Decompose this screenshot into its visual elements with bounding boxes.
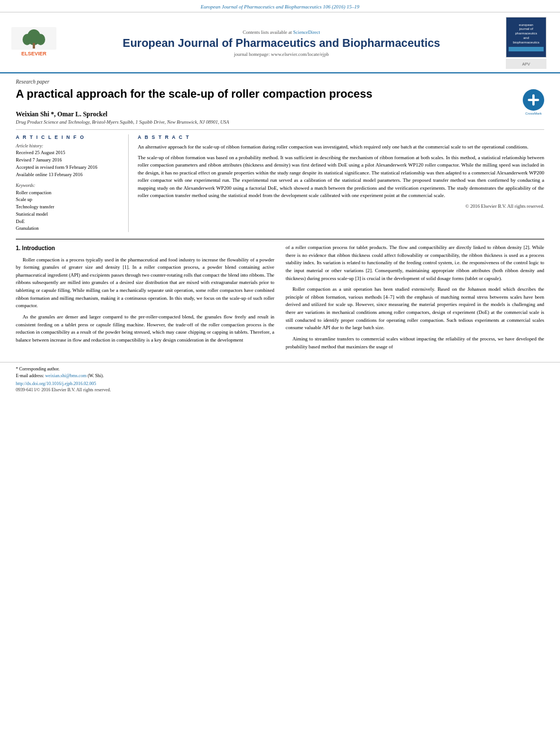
keyword-6: Granulation xyxy=(16,225,121,232)
keywords-label: Keywords: xyxy=(16,183,121,188)
authors-line: Weixian Shi *, Omar L. Sprockel xyxy=(16,111,544,117)
revised-date: Revised 7 January 2016 xyxy=(16,157,121,164)
intro-p1: Roller compaction is a process typically… xyxy=(16,256,274,310)
accepted-date: Accepted in revised form 9 February 2016 xyxy=(16,164,121,171)
abstract-p1: An alternative approach for the scale-up… xyxy=(138,143,544,151)
keyword-3: Technology transfer xyxy=(16,203,121,211)
article-info-label: A R T I C L E I N F O xyxy=(16,134,121,140)
footnote-area: * Corresponding author. E-mail address: … xyxy=(0,362,560,395)
keyword-4: Statistical model xyxy=(16,211,121,218)
journal-logo-box: europeanjournal ofpharmaceuticsandbiopha… xyxy=(506,17,546,58)
corresponding-note: * Corresponding author. xyxy=(16,366,544,373)
sciencedirect-link: Contents lists available at ScienceDirec… xyxy=(68,29,495,35)
journal-title-block: Contents lists available at ScienceDirec… xyxy=(68,29,495,57)
keyword-5: DoE xyxy=(16,218,121,225)
right-p2: Roller compaction as a unit operation ha… xyxy=(286,286,544,332)
logo-blue-bar xyxy=(509,47,544,51)
affiliation-line: Drug Product Science and Technology, Bri… xyxy=(16,119,544,125)
journal-main-title: European Journal of Pharmaceutics and Bi… xyxy=(68,36,495,50)
body-left-column: 1. Introduction Roller compaction is a p… xyxy=(16,244,274,354)
right-p1: of a roller compaction process for table… xyxy=(286,244,544,282)
intro-p2: As the granules are denser and larger co… xyxy=(16,313,274,344)
intro-heading: 1. Introduction xyxy=(16,244,274,253)
body-columns: 1. Introduction Roller compaction is a p… xyxy=(16,244,544,354)
svg-point-3 xyxy=(36,34,45,45)
abstract-text: An alternative approach for the scale-up… xyxy=(138,143,544,200)
right-p3: Aiming to streamline transfers to commer… xyxy=(286,335,544,351)
keyword-2: Scale up xyxy=(16,196,121,203)
journal-homepage: journal homepage: www.elsevier.com/locat… xyxy=(68,51,495,57)
journal-header: ELSEVIER Contents lists available at Sci… xyxy=(0,12,560,73)
article-history-subhead: Article history: xyxy=(16,143,121,148)
abstract-label: A B S T R A C T xyxy=(138,134,544,140)
available-date: Available online 13 February 2016 xyxy=(16,172,121,178)
received-date: Received 25 August 2015 xyxy=(16,150,121,156)
article-info-abstract-section: A R T I C L E I N F O Article history: R… xyxy=(16,134,544,232)
article-title: A practical approach for the scale-up of… xyxy=(16,87,373,101)
keywords-block: Keywords: Roller compaction Scale up Tec… xyxy=(16,183,121,233)
email-value: weixian.shi@bms.com xyxy=(45,373,86,378)
body-divider xyxy=(16,239,544,239)
elsevier-logo: ELSEVIER xyxy=(11,27,56,59)
apv-logo: APV xyxy=(506,59,546,69)
svg-rect-4 xyxy=(33,43,35,49)
crossmark-icon xyxy=(523,89,544,111)
journal-citation-text: European Journal of Pharmaceutics and Bi… xyxy=(200,4,359,10)
issn-line: 0939-641 l/© 2016 Elsevier B.V. All righ… xyxy=(16,387,544,392)
journal-citation-bar: European Journal of Pharmaceutics and Bi… xyxy=(0,0,560,12)
title-row: A practical approach for the scale-up of… xyxy=(16,87,544,111)
body-right-column: of a roller compaction process for table… xyxy=(286,244,544,354)
abstract-p2: The scale-up of ribbon formation was bas… xyxy=(138,154,544,200)
crossmark-label: CrossMark xyxy=(523,112,544,115)
crossmark-block: CrossMark xyxy=(523,89,544,111)
divider-1 xyxy=(16,129,544,130)
svg-point-2 xyxy=(23,34,32,45)
article-info-column: A R T I C L E I N F O Article history: R… xyxy=(16,134,129,232)
page: European Journal of Pharmaceutics and Bi… xyxy=(0,0,560,747)
abstract-column: A B S T R A C T An alternative approach … xyxy=(138,134,544,232)
paper-type-label: Research paper xyxy=(16,79,544,85)
journal-right-logo: europeanjournal ofpharmaceuticsandbiopha… xyxy=(504,17,549,69)
email-line: E-mail address: weixian.shi@bms.com (W. … xyxy=(16,373,544,379)
doi-line: http://dx.doi.org/10.1016/j.ejpb.2016.02… xyxy=(16,381,544,386)
keyword-1: Roller compaction xyxy=(16,189,121,196)
copyright-line: © 2016 Elsevier B.V. All rights reserved… xyxy=(138,203,544,209)
svg-text:ELSEVIER: ELSEVIER xyxy=(21,51,47,56)
main-content: Research paper A practical approach for … xyxy=(0,73,560,360)
sciencedirect-anchor[interactable]: ScienceDirect xyxy=(293,29,320,35)
logo-box-text: europeanjournal ofpharmaceuticsandbiopha… xyxy=(513,23,539,45)
